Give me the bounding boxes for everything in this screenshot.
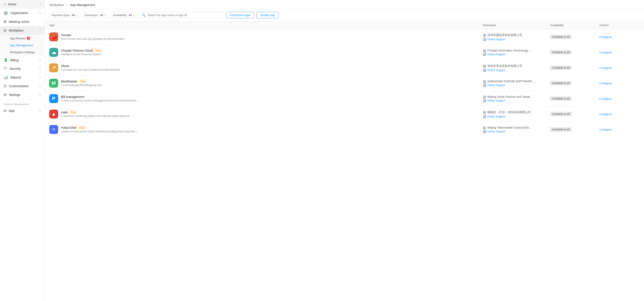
sidebar-item-workplace-settings[interactable]: Workplace Settings: [0, 49, 44, 56]
chevron-down-icon: ∨: [39, 59, 41, 61]
sidebar-item-home[interactable]: ⌂ Home ←|: [0, 0, 44, 8]
configure-link[interactable]: Configure: [599, 35, 612, 39]
developer-cell: 🏢 深圳丰享信息技术有限公司 🔄 Online Support: [483, 64, 550, 72]
col-header-availability: Availability: [550, 23, 599, 27]
sidebar-label-mail: Mail: [9, 109, 14, 113]
actions-cell: Configure: [599, 128, 640, 131]
create-app-button[interactable]: Create App: [256, 12, 278, 18]
sidebar-item-workplace[interactable]: ⊟ Workplace ∧: [0, 26, 44, 35]
search-box[interactable]: 🔍: [139, 12, 224, 18]
availability-value: All: [129, 13, 132, 17]
search-input[interactable]: [148, 13, 221, 17]
building-icon: 🏢: [483, 33, 486, 37]
developer-cell: 🏢 Beijing Duola Finance and Taxati... 🔄 …: [483, 95, 550, 102]
developer-name: 🏢 SHENZHEN EDRAW SOFTWARE ...: [483, 80, 550, 83]
workplace-icon: ⊟: [4, 28, 6, 32]
workplace-submenu: App Review 2 App Management Workplace Se…: [0, 35, 44, 56]
configure-link[interactable]: Configure: [599, 51, 612, 54]
developer-name-text: 格路径（北京）信息咨询有限公司: [487, 110, 531, 114]
online-support-link[interactable]: 🔄 Online Support: [483, 69, 550, 72]
reports-icon: 📊: [4, 75, 8, 79]
breadcrumb-current: App Management: [70, 3, 95, 7]
sidebar-item-meeting-rooms[interactable]: ⊞ Meeting rooms: [0, 17, 44, 26]
feature-management-section: Feature Management: [0, 101, 44, 106]
availability-filter[interactable]: Availability: All ▾: [110, 12, 137, 18]
online-support-link[interactable]: 🔄 Online Support: [483, 84, 550, 87]
configure-link[interactable]: Configure: [599, 97, 612, 100]
sidebar-item-app-management[interactable]: App Management: [0, 42, 44, 49]
building-icon: 🏢: [483, 80, 486, 83]
support-icon: 🔄: [483, 38, 486, 41]
table-row: M MindMaster Paid A Full-Featured MindMa…: [45, 76, 644, 91]
sidebar-item-organization[interactable]: 🏢 Organization ∨: [0, 8, 44, 17]
developer-label: Developer:: [84, 13, 99, 17]
app-cell: M MindMaster Paid A Full-Featured MindMa…: [49, 79, 483, 88]
developer-filter[interactable]: Developer: All ▾: [82, 12, 108, 18]
configure-link[interactable]: Configure: [599, 82, 612, 85]
online-support-link[interactable]: 🔄 Online Support: [483, 130, 550, 133]
online-support-link[interactable]: 🔄 Online Support: [483, 115, 550, 118]
online-support-link[interactable]: 🔄 Online Support: [483, 99, 550, 102]
table-body: 🍅 Tomato Start tomato work and say goodb…: [45, 29, 644, 137]
support-label: Online Support: [487, 38, 505, 41]
support-icon: 🔄: [483, 53, 486, 56]
app-description: A more convenient invoice management too…: [61, 99, 138, 102]
actions-cell: Configure: [599, 66, 640, 69]
sidebar-item-mail[interactable]: ✉ Mail ∨: [0, 106, 44, 115]
app-table: App Developer Availability Actions 🍅 Tom…: [45, 21, 644, 301]
availability-cell: Available to all: [550, 112, 599, 116]
sidebar-label-workplace: Workplace: [9, 29, 24, 32]
payment-type-label: Payment type:: [52, 13, 70, 17]
app-info: Yidea EAM Paid Leader in fixed assets Sa…: [61, 126, 139, 133]
payment-type-filter[interactable]: Payment type: All ▾: [49, 12, 80, 18]
configure-link[interactable]: Configure: [599, 66, 612, 69]
settings-icon: ⚙: [4, 93, 7, 97]
main-content: Workplace > App Management Payment type:…: [45, 0, 644, 301]
sidebar-collapse-icon[interactable]: ←|: [37, 3, 41, 6]
developer-name-text: Chanjet Information Technology ...: [487, 49, 532, 52]
availability-cell: Available to all: [550, 65, 599, 70]
col-header-developer: Developer: [483, 23, 550, 27]
support-icon: 🔄: [483, 115, 486, 118]
configure-link[interactable]: Configure: [599, 112, 612, 116]
support-icon: 🔄: [483, 130, 486, 133]
support-label: Online Support: [487, 84, 505, 87]
chevron-down-icon: ∨: [39, 93, 41, 96]
support-label: Online Support: [487, 115, 505, 118]
org-icon: 🏢: [4, 11, 8, 15]
chevron-down-icon: ▾: [76, 14, 78, 16]
actions-cell: Configure: [599, 97, 640, 100]
app-info: Chanjet Finance Cloud Paid Intelligent C…: [61, 49, 102, 56]
table-row: 🍅 Tomato Start tomato work and say goodb…: [45, 29, 644, 45]
app-name: Bill management: [61, 95, 138, 99]
support-label: Online Support: [487, 130, 505, 133]
online-support-link[interactable]: 🔄 Online Support: [483, 53, 550, 56]
app-info: Bill management A more convenient invoic…: [61, 95, 138, 102]
app-name: MindMaster Paid: [61, 80, 102, 83]
sidebar-item-reports[interactable]: 📊 Reports ∨: [0, 73, 44, 82]
sidebar-item-app-review[interactable]: App Review 2: [0, 35, 44, 42]
building-icon: 🏢: [483, 49, 486, 52]
app-review-label: App Review: [10, 37, 25, 40]
developer-name-text: 深圳市微创享科技有限公司: [487, 33, 522, 37]
sidebar-item-billing[interactable]: 💲 Billing ∨: [0, 56, 44, 64]
table-header: App Developer Availability Actions: [45, 21, 644, 29]
sidebar-item-settings[interactable]: ⚙ Settings ∨: [0, 90, 44, 99]
support-label: Online Support: [487, 69, 505, 72]
app-description: A real-time monitoring platform for inte…: [61, 114, 130, 118]
sidebar-item-security[interactable]: 🛡 Security ∨: [0, 64, 44, 73]
sidebar-label-security: Security: [10, 67, 21, 70]
app-cell: ≡ Yidea EAM Paid Leader in fixed assets …: [49, 125, 483, 134]
sidebar-item-customization[interactable]: ⊡ Customization ∨: [0, 82, 44, 90]
table-row: ≡ Yidea EAM Paid Leader in fixed assets …: [45, 122, 644, 137]
customization-icon: ⊡: [4, 84, 6, 88]
security-icon: 🛡: [4, 67, 7, 71]
home-icon: ⌂: [4, 2, 6, 6]
online-support-link[interactable]: 🔄 Online Support: [483, 38, 550, 41]
find-more-apps-button[interactable]: Find More Apps: [226, 12, 254, 18]
actions-cell: Configure: [599, 112, 640, 116]
breadcrumb-parent: Workplace: [49, 3, 64, 7]
app-icon: M: [49, 79, 58, 88]
availability-badge: Available to all: [550, 96, 572, 101]
configure-link[interactable]: Configure: [599, 128, 612, 131]
